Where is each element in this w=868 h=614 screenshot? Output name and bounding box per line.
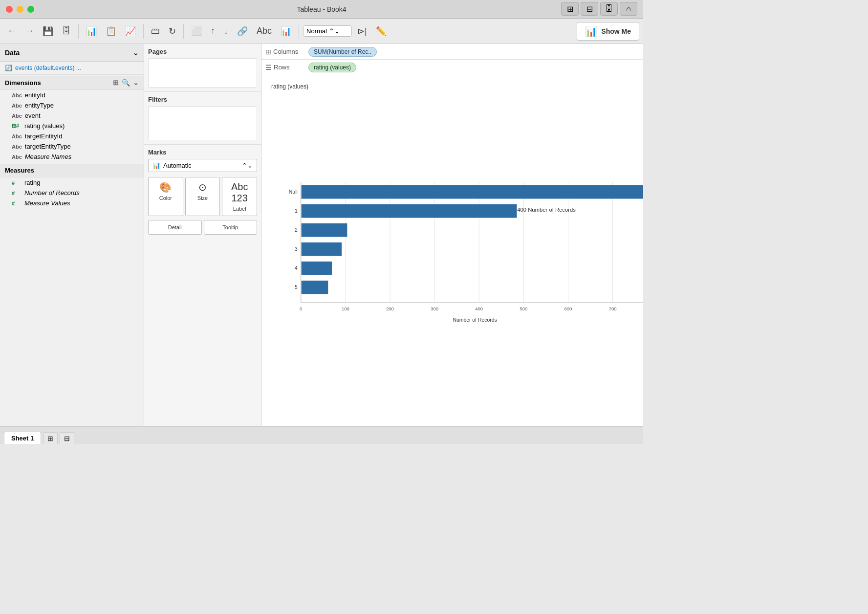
svg-text:700: 700 bbox=[609, 306, 617, 311]
marks-buttons-row2: Detail Tooltip bbox=[148, 220, 257, 235]
window-controls bbox=[6, 6, 34, 13]
view-dropdown-label: Normal bbox=[306, 27, 327, 35]
label-mark-button[interactable]: Abc123 Label bbox=[222, 177, 257, 216]
minimize-button[interactable] bbox=[17, 6, 23, 13]
field-type-icon: Abc bbox=[12, 144, 22, 150]
size-mark-button[interactable]: ⊙ Size bbox=[185, 177, 220, 216]
viz-panel: ⊞ Columns SUM(Number of Rec.. ☰ Rows rat… bbox=[261, 44, 643, 426]
dimension-entityType[interactable]: Abc entityType bbox=[0, 100, 144, 110]
field-name: targetEntityId bbox=[25, 132, 63, 140]
left-panel: Data ⌄ 🔄 events (default.events) ... Dim… bbox=[0, 44, 144, 426]
svg-text:1: 1 bbox=[295, 208, 298, 214]
text-button[interactable]: Abc bbox=[253, 23, 275, 39]
field-name: entityType bbox=[25, 102, 54, 109]
size-icon: ⊙ bbox=[198, 181, 207, 193]
data-source-name: events (default.events) ... bbox=[15, 65, 81, 71]
toolbar-sep3 bbox=[183, 24, 184, 39]
columns-pill[interactable]: SUM(Number of Rec.. bbox=[308, 47, 377, 57]
svg-text:Number of Records: Number of Records bbox=[453, 317, 497, 323]
search-icon[interactable]: 🔍 bbox=[122, 79, 130, 87]
database-button[interactable]: 🗄 bbox=[59, 23, 74, 39]
dimension-targetEntityType[interactable]: Abc targetEntityType bbox=[0, 141, 144, 152]
sort-asc-button[interactable]: ↑ bbox=[207, 23, 218, 39]
pages-shelf[interactable] bbox=[148, 58, 257, 88]
filters-shelf[interactable] bbox=[148, 106, 257, 140]
sort-desc-button[interactable]: ↓ bbox=[220, 23, 232, 39]
svg-text:500: 500 bbox=[520, 306, 527, 311]
dimensions-title: Dimensions bbox=[5, 79, 41, 87]
grid2-icon-btn[interactable]: ⊟ bbox=[581, 2, 598, 16]
data-source-row[interactable]: 🔄 events (default.events) ... bbox=[0, 62, 144, 75]
field-type-icon: Abc bbox=[12, 154, 22, 160]
svg-text:400 Number of Records: 400 Number of Records bbox=[517, 207, 576, 213]
main-layout: Data ⌄ 🔄 events (default.events) ... Dim… bbox=[0, 44, 643, 426]
show-me-button[interactable]: 📊 Show Me bbox=[577, 22, 639, 41]
maximize-button[interactable] bbox=[27, 6, 34, 13]
data-header-arrow[interactable]: ⌄ bbox=[132, 48, 139, 57]
home-icon-btn[interactable]: ⌂ bbox=[620, 2, 637, 16]
data-button[interactable]: 🗃 bbox=[148, 23, 163, 39]
close-button[interactable] bbox=[6, 6, 13, 13]
back-button[interactable]: ← bbox=[4, 23, 20, 39]
svg-rect-10 bbox=[302, 204, 517, 218]
window-title: Tableau - Book4 bbox=[297, 5, 346, 13]
field-type-icon: # bbox=[12, 190, 22, 196]
rows-shelf-row: ☰ Rows rating (values) bbox=[261, 60, 643, 75]
grid-view-icon[interactable]: ⊞ bbox=[113, 79, 119, 87]
show-me-label: Show Me bbox=[601, 27, 631, 35]
group-button[interactable]: ⬜ bbox=[188, 23, 205, 39]
sheet1-tab[interactable]: Sheet 1 bbox=[4, 432, 41, 444]
refresh-button[interactable]: ↻ bbox=[165, 23, 179, 39]
table-button[interactable]: 📋 bbox=[102, 23, 120, 39]
measures-header: Measures bbox=[0, 164, 144, 177]
expand-icon[interactable]: ⌄ bbox=[133, 79, 139, 87]
measure-rating[interactable]: # rating bbox=[0, 177, 144, 188]
sheet-tabs: Sheet 1 ⊞ ⊟ bbox=[0, 427, 643, 444]
svg-text:400: 400 bbox=[475, 306, 483, 311]
cylinder-icon-btn[interactable]: 🗄 bbox=[600, 2, 618, 16]
filters-title: Filters bbox=[148, 96, 257, 103]
tooltip-mark-button[interactable]: Tooltip bbox=[204, 220, 258, 235]
detail-label: Detail bbox=[168, 224, 182, 230]
edit-button[interactable]: ✏️ bbox=[372, 23, 390, 39]
toolbar: ← → 💾 🗄 📊 📋 📈 🗃 ↻ ⬜ ↑ ↓ 🔗 Abc 📊 Normal ⌃… bbox=[0, 19, 643, 44]
size-label: Size bbox=[197, 195, 208, 201]
marks-type-label: Automatic bbox=[163, 162, 192, 169]
dimension-entityId[interactable]: Abc entityId bbox=[0, 90, 144, 100]
tooltip-label: Tooltip bbox=[222, 224, 238, 230]
field-type-icon: Abc bbox=[12, 113, 22, 119]
detail-mark-button[interactable]: Detail bbox=[148, 220, 202, 235]
svg-text:5: 5 bbox=[295, 285, 298, 290]
field-type-icon: Abc bbox=[12, 92, 22, 98]
measure-number-of-records[interactable]: # Number of Records bbox=[0, 188, 144, 198]
view-dropdown[interactable]: Normal ⌃⌄ bbox=[303, 25, 352, 37]
chart2-button[interactable]: 📈 bbox=[122, 23, 139, 39]
dimension-event[interactable]: Abc event bbox=[0, 110, 144, 121]
pages-section: Pages bbox=[144, 44, 261, 92]
link-button[interactable]: 🔗 bbox=[234, 23, 251, 39]
filters-section: Filters bbox=[144, 92, 261, 145]
grid-icon-btn[interactable]: ⊞ bbox=[561, 2, 579, 16]
save-button[interactable]: 💾 bbox=[39, 23, 57, 39]
titlebar-icons: ⊞ ⊟ 🗄 ⌂ bbox=[561, 2, 637, 16]
pin-button[interactable]: ⊳| bbox=[354, 23, 370, 39]
dimension-measure-names[interactable]: Abc Measure Names bbox=[0, 152, 144, 162]
forward-button[interactable]: → bbox=[22, 23, 37, 39]
dimensions-icons: ⊞ 🔍 ⌄ bbox=[113, 79, 139, 87]
label-label: Label bbox=[233, 206, 246, 212]
field-type-icon: Abc bbox=[12, 133, 22, 139]
measure-measure-values[interactable]: # Measure Values bbox=[0, 198, 144, 208]
new-sheet-icon[interactable]: ⊞ bbox=[43, 432, 58, 444]
duplicate-sheet-icon[interactable]: ⊟ bbox=[60, 432, 74, 444]
bar-chart-button[interactable]: 📊 bbox=[83, 23, 100, 39]
marks-type-dropdown[interactable]: 📊 Automatic ⌃⌄ bbox=[148, 159, 257, 172]
dimension-rating-values[interactable]: ⊞# rating (values) bbox=[0, 121, 144, 131]
marks-section: Marks 📊 Automatic ⌃⌄ 🎨 Color ⊙ Size Abc1… bbox=[144, 145, 261, 426]
chart3-button[interactable]: 📊 bbox=[277, 23, 295, 39]
svg-text:200: 200 bbox=[386, 306, 394, 311]
color-mark-button[interactable]: 🎨 Color bbox=[148, 177, 183, 216]
field-name: rating (values) bbox=[24, 122, 65, 130]
color-label: Color bbox=[159, 195, 172, 201]
rows-pill[interactable]: rating (values) bbox=[308, 63, 356, 72]
dimension-targetEntityId[interactable]: Abc targetEntityId bbox=[0, 131, 144, 141]
